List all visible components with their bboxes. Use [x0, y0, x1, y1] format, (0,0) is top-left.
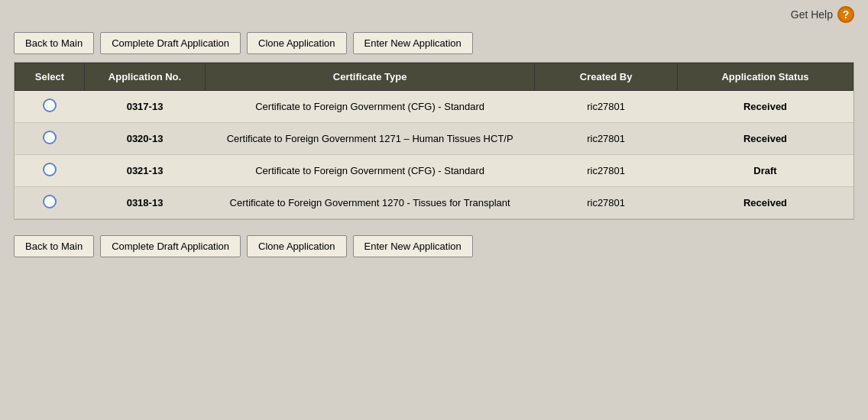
- get-help-label: Get Help: [791, 8, 833, 21]
- cert-type-cell-2: Certificate to Foreign Government (CFG) …: [206, 155, 535, 187]
- select-cell-3: [15, 187, 85, 219]
- table-row: 0321-13Certificate to Foreign Government…: [15, 155, 853, 187]
- complete-draft-button-bottom[interactable]: Complete Draft Application: [100, 235, 241, 257]
- enter-new-application-button-bottom[interactable]: Enter New Application: [353, 235, 473, 257]
- complete-draft-button-top[interactable]: Complete Draft Application: [100, 32, 241, 54]
- app-no-cell-0: 0317-13: [84, 91, 205, 123]
- clone-application-button-top[interactable]: Clone Application: [247, 32, 346, 54]
- top-toolbar: Back to Main Complete Draft Application …: [0, 27, 868, 62]
- help-bar: Get Help ?: [0, 0, 868, 27]
- app-status-cell-2: Draft: [678, 155, 853, 187]
- app-status-cell-3: Received: [678, 187, 853, 219]
- table-header-row: Select Application No. Certificate Type …: [15, 63, 853, 91]
- created-by-cell-3: ric27801: [535, 187, 678, 219]
- header-app-status: Application Status: [678, 63, 853, 91]
- select-cell-1: [15, 123, 85, 155]
- radio-button-3[interactable]: [43, 195, 57, 208]
- radio-button-1[interactable]: [43, 131, 57, 144]
- cert-type-cell-0: Certificate to Foreign Government (CFG) …: [206, 91, 535, 123]
- cert-type-cell-3: Certificate to Foreign Government 1270 -…: [206, 187, 535, 219]
- radio-button-0[interactable]: [43, 99, 57, 112]
- app-status-cell-1: Received: [678, 123, 853, 155]
- table-row: 0320-13Certificate to Foreign Government…: [15, 123, 853, 155]
- main-table-container: Select Application No. Certificate Type …: [14, 62, 854, 220]
- header-app-no: Application No.: [84, 63, 205, 91]
- created-by-cell-1: ric27801: [535, 123, 678, 155]
- created-by-cell-2: ric27801: [535, 155, 678, 187]
- enter-new-application-button-top[interactable]: Enter New Application: [353, 32, 473, 54]
- app-no-cell-2: 0321-13: [84, 155, 205, 187]
- cert-type-cell-1: Certificate to Foreign Government 1271 –…: [206, 123, 535, 155]
- applications-table: Select Application No. Certificate Type …: [15, 63, 853, 219]
- radio-button-2[interactable]: [43, 163, 57, 176]
- table-row: 0317-13Certificate to Foreign Government…: [15, 91, 853, 123]
- created-by-cell-0: ric27801: [535, 91, 678, 123]
- back-to-main-button-top[interactable]: Back to Main: [14, 32, 94, 54]
- clone-application-button-bottom[interactable]: Clone Application: [247, 235, 346, 257]
- table-row: 0318-13Certificate to Foreign Government…: [15, 187, 853, 219]
- app-no-cell-1: 0320-13: [84, 123, 205, 155]
- header-select: Select: [15, 63, 85, 91]
- header-cert-type: Certificate Type: [206, 63, 535, 91]
- select-cell-2: [15, 155, 85, 187]
- bottom-toolbar: Back to Main Complete Draft Application …: [0, 228, 868, 265]
- help-icon[interactable]: ?: [837, 6, 854, 23]
- header-created-by: Created By: [535, 63, 678, 91]
- back-to-main-button-bottom[interactable]: Back to Main: [14, 235, 94, 257]
- app-no-cell-3: 0318-13: [84, 187, 205, 219]
- select-cell-0: [15, 91, 85, 123]
- app-status-cell-0: Received: [678, 91, 853, 123]
